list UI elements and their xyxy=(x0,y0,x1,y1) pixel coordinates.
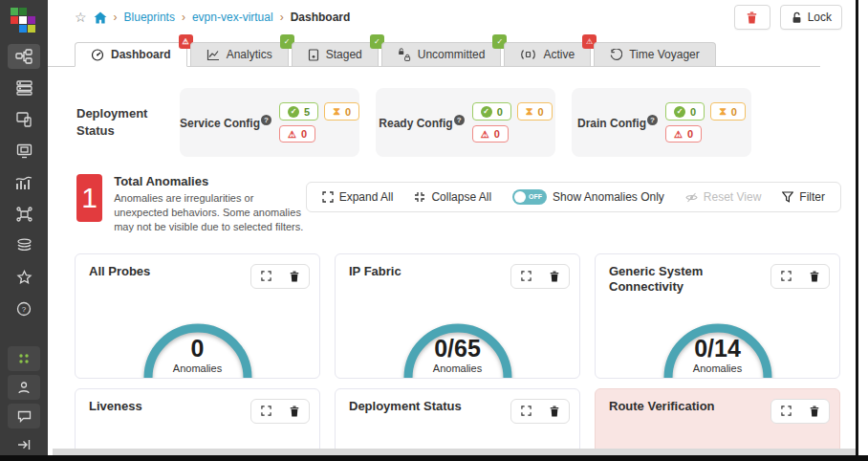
broadcast-icon xyxy=(520,49,536,60)
expand-card-button[interactable] xyxy=(511,265,540,288)
tab-label: Time Voyager xyxy=(629,48,700,61)
sidebar-item-resources[interactable] xyxy=(8,139,40,164)
help-icon[interactable]: ? xyxy=(261,115,271,125)
gauge-label: Anomalies xyxy=(399,362,517,374)
card-title: All Probes xyxy=(89,264,150,279)
deployment-status-label: Deployment Status xyxy=(76,105,180,139)
show-anomalies-label: Show Anomalies Only xyxy=(553,190,664,204)
card-title: IP Fabric xyxy=(349,264,401,279)
reset-view-button[interactable]: Reset View xyxy=(685,190,761,204)
breadcrumb-blueprint-name[interactable]: evpn-vex-virtual xyxy=(192,11,273,24)
expand-card-button[interactable] xyxy=(771,265,800,288)
success-count-badge[interactable]: ✓0 xyxy=(665,102,705,121)
sidebar-item-support-chat[interactable] xyxy=(8,404,40,428)
tab-dashboard[interactable]: Dashboard ⚠ xyxy=(75,42,187,67)
failed-count-badge[interactable]: ⚠0 xyxy=(279,125,315,143)
sidebar-item-external-systems[interactable] xyxy=(8,202,40,227)
support-chat-icon xyxy=(17,410,32,423)
expand-icon xyxy=(781,406,792,416)
ready-config-group: Ready Config? ✓0 ⧗0 ⚠0 xyxy=(376,88,555,157)
success-count-badge[interactable]: ✓5 xyxy=(279,102,318,121)
trash-icon xyxy=(290,406,299,417)
expand-card-button[interactable] xyxy=(251,400,280,423)
show-anomalies-toggle[interactable]: OFF xyxy=(512,189,547,205)
card-title: Route Verification xyxy=(609,399,715,414)
tab-staged[interactable]: Staged ✓ xyxy=(292,42,379,66)
delete-card-button[interactable] xyxy=(280,265,309,288)
filter-label: Filter xyxy=(799,190,825,204)
main-content: ☆ Blueprints evpn-vex-virtual Dashboard xyxy=(48,0,856,455)
lock-button[interactable]: Lock xyxy=(780,5,842,30)
tab-label: Dashboard xyxy=(111,48,171,61)
pending-count-badge[interactable]: ⧗0 xyxy=(517,102,553,121)
favorites-star-icon xyxy=(16,270,33,285)
sidebar-item-logout[interactable] xyxy=(8,432,40,457)
tab-bar: Dashboard ⚠ Analytics ✓ Staged ✓ xyxy=(48,34,820,67)
gauge-value: 0 xyxy=(139,337,257,361)
hourglass-icon: ⧗ xyxy=(719,105,727,118)
breadcrumb-current: Dashboard xyxy=(291,11,351,24)
sidebar-item-design[interactable] xyxy=(8,107,40,132)
delete-card-button[interactable] xyxy=(540,400,569,423)
card-all-probes: All Probes 0Anomalies xyxy=(75,253,320,379)
delete-card-button[interactable] xyxy=(280,400,309,423)
breadcrumb-separator xyxy=(114,11,118,24)
card-actions xyxy=(770,399,830,424)
anomaly-gauge: 0/65Anomalies xyxy=(399,315,517,379)
sidebar-item-analytics[interactable] xyxy=(8,170,40,195)
sidebar-item-platform[interactable] xyxy=(8,233,40,258)
breadcrumb-separator xyxy=(182,11,185,24)
sidebar-item-devices[interactable] xyxy=(8,76,40,100)
check-icon: ✓ xyxy=(674,106,685,118)
delete-card-button[interactable] xyxy=(800,265,829,288)
delete-card-button[interactable] xyxy=(800,400,829,423)
tab-active[interactable]: Active ⚠ xyxy=(504,42,591,66)
filter-button[interactable]: Filter xyxy=(782,190,825,204)
expand-card-button[interactable] xyxy=(251,265,280,288)
warning-icon: ⚠ xyxy=(288,129,296,140)
sidebar-item-user[interactable] xyxy=(8,375,40,400)
platform-icon xyxy=(16,238,33,253)
toggle-state-label: OFF xyxy=(529,193,542,200)
trash-icon xyxy=(747,11,757,24)
delete-card-button[interactable] xyxy=(540,265,569,288)
expand-icon xyxy=(521,271,532,281)
success-count-badge[interactable]: ✓0 xyxy=(472,102,511,121)
card-actions xyxy=(510,399,570,424)
help-icon[interactable]: ? xyxy=(454,115,465,125)
tab-uncommitted[interactable]: Uncommitted ✓ xyxy=(381,42,502,66)
expand-card-button[interactable] xyxy=(771,400,800,423)
collapse-all-button[interactable]: Collapse All xyxy=(414,190,491,204)
tab-time-voyager[interactable]: Time Voyager xyxy=(594,42,716,66)
expand-all-button[interactable]: Expand All xyxy=(322,190,394,204)
sidebar-item-tasks[interactable] xyxy=(8,346,40,371)
sidebar-item-blueprints[interactable] xyxy=(8,44,40,69)
anomalies-banner: 1 Total Anomalies Anomalies are irregula… xyxy=(76,174,856,234)
horizontal-scrollbar[interactable] xyxy=(53,449,858,455)
expand-icon xyxy=(261,271,271,281)
pending-count-badge[interactable]: ⧗0 xyxy=(324,102,359,121)
home-icon[interactable] xyxy=(94,11,107,24)
sidebar: ? xyxy=(0,0,48,461)
expand-card-button[interactable] xyxy=(511,400,540,423)
card-actions xyxy=(250,399,310,424)
failed-count-badge[interactable]: ⚠0 xyxy=(665,125,702,143)
window-right-border xyxy=(856,0,858,461)
sidebar-item-help[interactable]: ? xyxy=(8,296,40,321)
service-config-group: Service Config? ✓5 ⧗0 ⚠0 xyxy=(180,88,359,157)
help-icon[interactable]: ? xyxy=(647,115,658,125)
sidebar-item-favorites[interactable] xyxy=(8,265,40,290)
window-bottom-border xyxy=(0,455,868,461)
failed-count-badge[interactable]: ⚠0 xyxy=(472,125,509,143)
card-generic-system-connectivity: Generic System Connectivity 0/14Anomalie… xyxy=(595,253,840,379)
logout-icon xyxy=(17,439,31,450)
view-toolbar: Expand All Collapse All OFF Show Anomali… xyxy=(306,182,841,212)
favorite-star-icon[interactable]: ☆ xyxy=(75,10,87,25)
expand-icon xyxy=(521,406,532,416)
tab-analytics[interactable]: Analytics ✓ xyxy=(190,42,289,66)
card-ip-fabric: IP Fabric 0/65Anomalies xyxy=(335,253,580,379)
delete-blueprint-button[interactable] xyxy=(734,5,770,30)
breadcrumb-blueprints[interactable]: Blueprints xyxy=(124,11,175,24)
trash-icon xyxy=(550,406,559,417)
pending-count-badge[interactable]: ⧗0 xyxy=(710,102,746,121)
